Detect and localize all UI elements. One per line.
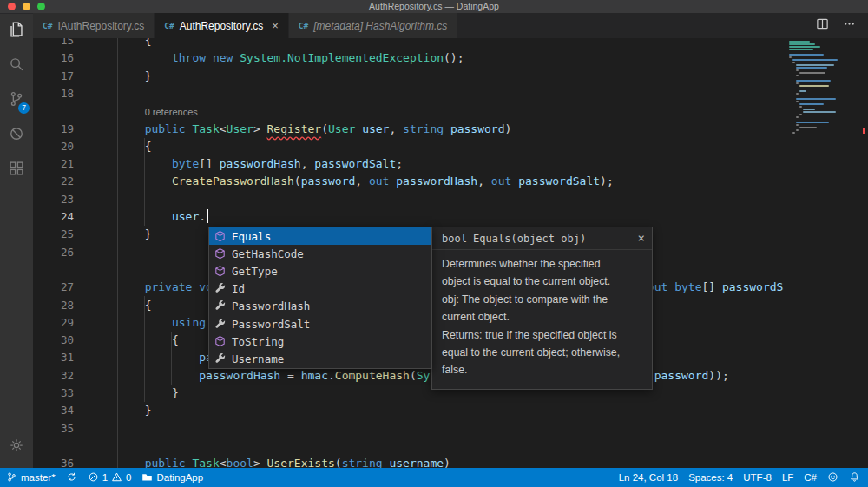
line-number[interactable]: 23: [33, 191, 74, 208]
suggest-item-equals[interactable]: Equals: [209, 227, 431, 245]
tab-close-icon[interactable]: ×: [272, 21, 279, 31]
notifications-button[interactable]: [844, 468, 868, 487]
line-number[interactable]: 32: [33, 367, 74, 385]
sync-button[interactable]: [61, 468, 82, 487]
line-number[interactable]: 20: [33, 138, 74, 155]
line-number[interactable]: 24: [33, 208, 74, 226]
code-line[interactable]: public Task<User> Register(User user, st…: [74, 121, 511, 138]
code-line[interactable]: }: [74, 402, 151, 419]
source-control-button[interactable]: 7: [0, 83, 33, 118]
encoding-setting[interactable]: UTF-8: [738, 468, 777, 487]
docs-body: Determines whether the specified object …: [432, 250, 652, 389]
line-number[interactable]: 34: [33, 402, 74, 419]
code-line[interactable]: byte[] passwordHash, passwordSalt;: [74, 155, 403, 173]
code-line[interactable]: {: [74, 297, 151, 314]
line-number[interactable]: 27: [33, 279, 74, 296]
more-actions-icon[interactable]: [843, 17, 856, 34]
gear-icon: [8, 437, 25, 457]
code-line[interactable]: [74, 85, 90, 102]
explorer-button[interactable]: [0, 14, 33, 49]
code-line[interactable]: [74, 191, 90, 208]
suggest-item-gethashcode[interactable]: GetHashCode: [209, 245, 431, 262]
suggest-item-passwordsalt[interactable]: PasswordSalt: [209, 315, 431, 332]
suggest-item-tostring[interactable]: ToString: [209, 332, 431, 350]
debug-button[interactable]: [0, 118, 33, 153]
line-number[interactable]: 16: [33, 49, 74, 67]
line-number[interactable]: [33, 102, 74, 120]
split-editor-icon[interactable]: [816, 17, 829, 34]
minimap-line: [796, 75, 799, 76]
suggest-item-gettype[interactable]: GetType: [209, 262, 431, 280]
line-number[interactable]: 18: [33, 85, 74, 102]
code-line[interactable]: {: [74, 332, 179, 349]
docs-close-button[interactable]: ×: [638, 231, 645, 245]
settings-button[interactable]: [0, 430, 33, 464]
minimap-line: [796, 98, 836, 100]
indentation-setting[interactable]: Spaces: 4: [683, 468, 738, 487]
code-line[interactable]: [74, 244, 90, 261]
extensions-button[interactable]: [0, 153, 33, 188]
code-line[interactable]: throw new System.NotImplementedException…: [74, 49, 464, 67]
codelens-row: 0 references: [33, 102, 868, 120]
code-line[interactable]: user.: [74, 208, 208, 226]
cursor-position[interactable]: Ln 24, Col 18: [614, 468, 683, 487]
line-number[interactable]: [33, 261, 74, 279]
code-line[interactable]: {: [74, 38, 151, 49]
suggest-item-id[interactable]: Id: [209, 280, 431, 298]
minimap[interactable]: [784, 38, 868, 468]
suggest-item-username[interactable]: Username: [209, 350, 431, 367]
codelens-label[interactable]: [74, 438, 145, 455]
line-number[interactable]: [33, 438, 74, 455]
folder-indicator[interactable]: DatingApp: [136, 468, 208, 487]
code-line[interactable]: {: [74, 138, 151, 155]
line-number[interactable]: 15: [33, 38, 74, 49]
tab-iauthrepository[interactable]: C# IAuthRepository.cs: [33, 13, 155, 38]
line-number[interactable]: 28: [33, 297, 74, 314]
tab-authrepository[interactable]: C# AuthRepository.cs ×: [155, 13, 289, 38]
suggest-item-passwordhash[interactable]: PasswordHash: [209, 298, 431, 315]
minimap-line: [789, 56, 792, 58]
line-number[interactable]: 29: [33, 314, 74, 332]
codelens-label[interactable]: [74, 261, 145, 279]
codelens-label[interactable]: 0 references: [74, 102, 198, 120]
code-line[interactable]: }: [74, 68, 151, 85]
line-number[interactable]: 21: [33, 155, 74, 173]
line-number[interactable]: 33: [33, 385, 74, 402]
code-line[interactable]: public Task<bool> UserExists(string user…: [74, 455, 450, 468]
minimap-line: [803, 109, 815, 110]
minimap-line: [796, 122, 829, 123]
suggest-label: PasswordHash: [232, 299, 310, 313]
editor-actions: [804, 13, 868, 38]
code-line[interactable]: }: [74, 385, 179, 402]
tab-label: IAuthRepository.cs: [57, 20, 144, 32]
minimap-line: [799, 106, 802, 108]
minimap-line: [803, 111, 836, 113]
tab-hashalgorithm-metadata[interactable]: C# [metadata] HashAlgorithm.cs: [289, 13, 458, 38]
line-number[interactable]: 30: [33, 332, 74, 349]
eol-setting[interactable]: LF: [777, 468, 799, 487]
line-number[interactable]: 36: [33, 455, 74, 468]
code-line[interactable]: [74, 420, 90, 438]
line-number[interactable]: 22: [33, 173, 74, 190]
smiley-icon: [827, 471, 838, 484]
code-line[interactable]: }: [74, 226, 151, 243]
suggest-label: GetHashCode: [232, 247, 304, 260]
property-icon: [214, 282, 227, 295]
line-number[interactable]: 35: [33, 420, 74, 438]
line-number[interactable]: 19: [33, 121, 74, 138]
code-line[interactable]: CreatePasswordHash(password, out passwor…: [74, 173, 614, 190]
line-number[interactable]: 17: [33, 68, 74, 85]
language-mode[interactable]: C#: [799, 468, 822, 487]
docs-signature-text: bool Equals(object obj): [442, 233, 586, 245]
search-button[interactable]: [0, 49, 33, 83]
branch-indicator[interactable]: master*: [0, 468, 61, 487]
code-row: 16throw new System.NotImplementedExcepti…: [33, 49, 868, 67]
csharp-file-icon: C#: [43, 21, 52, 30]
problems-indicator[interactable]: 1 0: [82, 468, 137, 487]
line-number[interactable]: 25: [33, 226, 74, 243]
feedback-button[interactable]: [822, 468, 844, 487]
line-number[interactable]: 26: [33, 244, 74, 261]
code-row: 34}: [33, 402, 868, 419]
suggest-label: Id: [232, 282, 245, 295]
line-number[interactable]: 31: [33, 349, 74, 366]
